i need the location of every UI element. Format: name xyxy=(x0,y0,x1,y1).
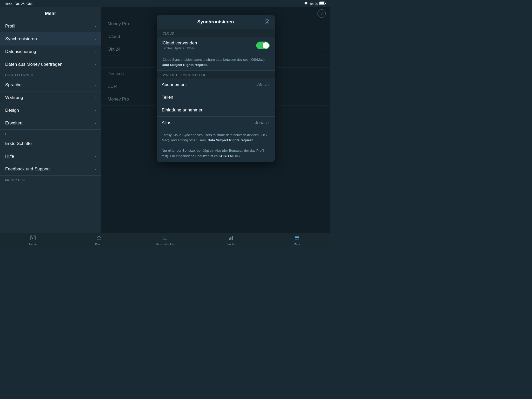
date: Do. 25. Okt. xyxy=(15,2,33,6)
settings-item-profil[interactable]: Profil › xyxy=(0,20,101,33)
svg-rect-7 xyxy=(32,238,33,239)
modal-item-icloud-toggle: iCloud verwenden Letztes Update: 19:44 xyxy=(157,37,275,54)
tab-haushaltsplan-label: Haushaltsplan xyxy=(156,243,174,246)
modal-item-abonnement[interactable]: Abonnement Aktiv › xyxy=(157,78,275,91)
tab-haushaltsplan[interactable]: Haushaltsplan xyxy=(132,235,198,246)
chevron-icon: › xyxy=(95,50,96,54)
modal-icloud-desc: iCloud Sync enables users to share data … xyxy=(157,54,275,71)
modal-section-family: SYNC MIT FAMILIEN-CLOUD xyxy=(157,71,275,78)
modal-item-teilen[interactable]: Teilen › xyxy=(157,91,275,104)
svg-rect-18 xyxy=(295,236,299,237)
abonnement-value: Aktiv xyxy=(257,82,267,87)
more-icon xyxy=(294,235,300,242)
modal-item-row: iCloud verwenden Letztes Update: 19:44 xyxy=(162,41,270,50)
content-area: ? Money Pro › iCloud › Okt 24 › › Deutsc… xyxy=(101,7,330,233)
chevron-icon: › xyxy=(268,121,270,125)
settings-item-hilfe[interactable]: Hilfe › xyxy=(0,150,101,163)
battery-percent: 84 % xyxy=(310,2,318,6)
wifi-icon xyxy=(304,2,308,6)
icloud-desc-text: iCloud Sync enables users to share data … xyxy=(162,58,266,62)
chevron-icon: › xyxy=(268,95,270,99)
modal-item-row: Alias Jonas › xyxy=(162,120,270,125)
settings-item-label: Datensicherung xyxy=(5,49,36,54)
chevron-icon: › xyxy=(95,154,96,158)
svg-rect-15 xyxy=(229,238,230,240)
tab-mehr-label: Mehr xyxy=(294,243,300,246)
chevron-icon: › xyxy=(95,24,96,28)
einladung-label: Einladung annehmen xyxy=(162,108,204,113)
settings-item-feedback[interactable]: Feedback und Support › xyxy=(0,163,101,176)
scale-icon xyxy=(96,235,102,242)
modal-family-desc: Family Cloud Sync enables users to share… xyxy=(157,129,275,162)
time: 19:44 xyxy=(4,2,13,6)
icloud-toggle[interactable] xyxy=(256,42,270,49)
svg-rect-1 xyxy=(325,3,326,4)
modal-item-row: Teilen › xyxy=(162,95,270,100)
status-right: 84 % xyxy=(304,2,326,6)
family-desc-2: Nur einer der Benutzer benötigt ein Abo … xyxy=(162,148,270,158)
svg-rect-2 xyxy=(320,2,324,5)
modal-item-einladung[interactable]: Einladung annehmen › xyxy=(157,104,275,117)
family-desc-1: Family Cloud Sync enables users to share… xyxy=(162,132,270,143)
family-kostenlos: KOSTENLOS. xyxy=(218,154,241,158)
abonnement-right: Aktiv › xyxy=(257,82,270,87)
tab-bilanz-label: Bilanz xyxy=(95,243,103,246)
settings-item-transfer[interactable]: Daten aus Money übertragen › xyxy=(0,58,101,71)
settings-item-erste-schritte[interactable]: Erste Schritte › xyxy=(0,137,101,150)
settings-item-label: Sprache xyxy=(5,82,22,88)
abonnement-label: Abonnement xyxy=(162,82,187,87)
alias-right: Jonas › xyxy=(255,120,269,125)
settings-item-label: Synchronisieren xyxy=(5,36,37,42)
modal-item-alias[interactable]: Alias Jonas › xyxy=(157,117,275,129)
chevron-icon: › xyxy=(95,121,96,125)
modal-item-text: iCloud verwenden Letztes Update: 19:44 xyxy=(162,41,197,50)
svg-rect-3 xyxy=(31,236,35,240)
chevron-icon: › xyxy=(95,37,96,41)
settings-item-label: Hilfe xyxy=(5,154,14,159)
svg-rect-16 xyxy=(230,237,231,240)
chevron-icon: › xyxy=(95,108,96,112)
settings-item-erweitert[interactable]: Erweitert › xyxy=(0,117,101,130)
section-einstellungen: EINSTELLUNGEN xyxy=(0,71,101,79)
tab-mehr[interactable]: Mehr xyxy=(264,235,330,246)
chevron-icon: › xyxy=(95,142,96,146)
settings-header: Mehr xyxy=(0,7,101,20)
settings-item-backup[interactable]: Datensicherung › xyxy=(0,45,101,58)
page-title: Mehr xyxy=(45,11,56,16)
status-bar: 19:44 Do. 25. Okt. 84 % xyxy=(0,0,330,7)
modal-section-icloud: ICLOUD xyxy=(157,29,275,37)
section-money-pro: MONEY PRO xyxy=(0,176,101,183)
settings-item-sprache[interactable]: Sprache › xyxy=(0,79,101,91)
settings-item-sync[interactable]: Synchronisieren › xyxy=(0,33,101,45)
modal-title: Synchronisieren xyxy=(197,19,234,25)
settings-item-label: Profil xyxy=(5,24,15,29)
settings-item-label: Erweitert xyxy=(5,121,23,126)
chevron-icon: › xyxy=(268,83,270,87)
section-hilfe: HILFE xyxy=(0,130,101,137)
alias-label: Alias xyxy=(162,120,171,125)
budget-icon xyxy=(162,235,168,242)
main-container: Mehr Profil › Synchronisieren › Datensic… xyxy=(0,7,330,233)
family-desc-bold: Data Subject Rights request. xyxy=(208,138,254,142)
tab-heute-label: Heute xyxy=(29,243,37,246)
tab-berichte[interactable]: Berichte xyxy=(198,235,264,246)
tab-bilanz[interactable]: Bilanz xyxy=(66,235,132,246)
bluetooth-icon xyxy=(264,18,270,26)
toggle-knob xyxy=(263,42,269,49)
settings-item-label: Design xyxy=(5,108,19,113)
settings-item-design[interactable]: Design › xyxy=(0,104,101,117)
chevron-icon: › xyxy=(95,96,96,100)
tab-bar: Heute Bilanz Haushaltsplan xyxy=(0,233,330,247)
settings-list: Mehr Profil › Synchronisieren › Datensic… xyxy=(0,7,101,233)
modal-overlay: Synchronisieren ICLOUD iCloud ver xyxy=(101,7,330,233)
chart-icon xyxy=(228,235,234,242)
status-left: 19:44 Do. 25. Okt. xyxy=(4,2,33,6)
battery-icon xyxy=(319,2,326,6)
svg-rect-19 xyxy=(295,237,299,238)
modal-header: Synchronisieren xyxy=(157,15,275,29)
tab-heute[interactable]: Heute xyxy=(0,235,66,246)
settings-item-waehrung[interactable]: Währung › xyxy=(0,91,101,104)
settings-item-label: Daten aus Money übertragen xyxy=(5,62,62,67)
chevron-icon: › xyxy=(95,62,96,66)
sync-modal: Synchronisieren ICLOUD iCloud ver xyxy=(157,15,275,162)
